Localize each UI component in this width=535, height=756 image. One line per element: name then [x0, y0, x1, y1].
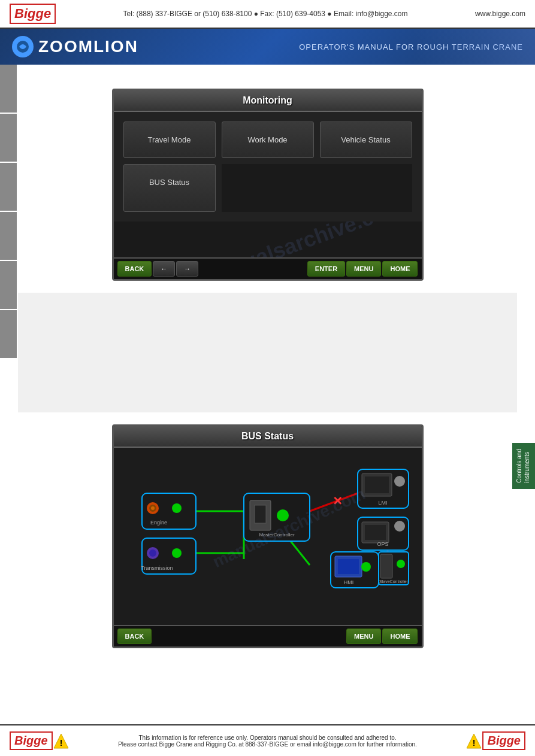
bus-nav-spacer-1	[153, 633, 191, 640]
svg-point-39	[394, 476, 405, 487]
bus-nav-spacer-2	[192, 633, 229, 640]
svg-text:Engine: Engine	[150, 520, 167, 526]
nav-spacer-1	[200, 265, 234, 272]
monitoring-screen: Monitoring Travel Mode Work Mode Vehicle…	[112, 89, 424, 281]
svg-rect-29	[338, 559, 359, 574]
side-tab-3[interactable]	[0, 163, 17, 211]
work-mode-button[interactable]: Work Mode	[222, 122, 314, 158]
svg-text:OPS: OPS	[377, 541, 388, 547]
monitoring-prev-button[interactable]: ←	[153, 261, 175, 277]
svg-point-20	[172, 548, 182, 558]
monitoring-grid: Travel Mode Work Mode Vehicle Status BUS…	[114, 112, 422, 221]
bus-status-button[interactable]: BUS Status	[123, 164, 216, 212]
svg-text:!: !	[59, 738, 62, 748]
nav-spacer-3	[271, 265, 306, 272]
svg-rect-24	[255, 505, 266, 523]
nav-spacer-2	[235, 265, 270, 272]
svg-rect-43	[365, 525, 386, 540]
bus-back-button[interactable]: BACK	[117, 629, 152, 644]
bus-home-button[interactable]: HOME	[382, 629, 418, 644]
zoomlion-icon	[12, 36, 34, 57]
right-side-tab-label: Controls andinstruments	[515, 449, 531, 483]
vehicle-status-button[interactable]: Vehicle Status	[320, 122, 412, 158]
monitoring-title-bar: Monitoring	[114, 90, 422, 112]
monitoring-back-button[interactable]: BACK	[117, 261, 152, 277]
monitoring-menu-button[interactable]: MENU	[346, 261, 381, 277]
svg-text:Transmission: Transmission	[141, 565, 173, 571]
svg-rect-38	[365, 476, 389, 493]
zoomlion-banner: ZOOMLION OPERATOR'S MANUAL FOR ROUGH TER…	[0, 29, 535, 65]
side-tab-1[interactable]	[0, 65, 17, 113]
bus-menu-button[interactable]: MENU	[346, 629, 381, 644]
bus-nav-spacer-5	[308, 633, 346, 640]
footer: Bigge ! This information is for referenc…	[0, 724, 535, 756]
zoomlion-logo-area: ZOOMLION	[12, 36, 138, 57]
footer-text: This information is for reference use on…	[81, 734, 454, 748]
bus-nav-spacer-4	[269, 633, 307, 640]
bigge-logo-header: Bigge	[10, 4, 56, 24]
watermark-text: manualsarchive.com	[198, 221, 407, 257]
side-tab-5[interactable]	[0, 261, 17, 309]
bigge-logo-footer: Bigge	[10, 731, 53, 750]
watermark-area: manualsarchive.com	[114, 221, 422, 257]
svg-point-30	[361, 562, 371, 572]
zoomlion-logo-text: ZOOMLION	[38, 37, 138, 56]
svg-text:MasterController: MasterController	[259, 532, 294, 538]
bigge-logo-footer-right: Bigge	[482, 731, 525, 750]
warning-icon-left: !	[53, 733, 69, 749]
svg-point-44	[394, 521, 405, 532]
bus-title: BUS Status	[241, 431, 294, 441]
monitoring-home-button[interactable]: HOME	[382, 261, 418, 277]
header-contact: Tel: (888) 337-BIGGE or (510) 638-8100 ●…	[123, 10, 408, 18]
bus-title-bar: BUS Status	[114, 426, 422, 448]
travel-mode-button[interactable]: Travel Mode	[123, 122, 216, 158]
svg-text:!: !	[473, 738, 476, 748]
side-tabs-left	[0, 65, 35, 359]
banner-stripe-decoration	[415, 29, 535, 65]
svg-point-19	[149, 549, 156, 557]
monitoring-next-button[interactable]: →	[176, 261, 198, 277]
side-tab-2[interactable]	[0, 114, 17, 162]
bus-diagram-area: manualsarchive.com	[114, 448, 422, 625]
warning-icon-right: !	[466, 733, 482, 749]
bus-diagram-svg: ✕ ✕ Engine	[123, 457, 412, 613]
bus-nav-spacer-3	[230, 633, 268, 640]
empty-section-between	[18, 293, 517, 412]
right-side-tab[interactable]: Controls andinstruments	[512, 443, 535, 489]
svg-point-34	[397, 560, 405, 568]
svg-text:LMI: LMI	[378, 500, 387, 506]
main-content: Monitoring Travel Mode Work Mode Vehicle…	[18, 65, 517, 672]
monitoring-title: Monitoring	[243, 95, 292, 105]
bus-nav-bar: BACK MENU HOME	[114, 625, 422, 646]
monitoring-enter-button[interactable]: ENTER	[307, 261, 345, 277]
monitoring-empty-area	[222, 164, 412, 212]
svg-text:HMI: HMI	[343, 579, 353, 585]
header-website: www.bigge.com	[475, 10, 525, 18]
svg-point-15	[172, 503, 182, 513]
top-header: Bigge Tel: (888) 337-BIGGE or (510) 638-…	[0, 0, 535, 29]
bus-status-screen: BUS Status manualsarchive.com	[112, 424, 424, 648]
svg-text:✕: ✕	[333, 494, 343, 508]
side-tab-6[interactable]	[0, 310, 17, 358]
svg-rect-33	[380, 554, 392, 578]
svg-point-25	[277, 509, 289, 521]
svg-point-14	[151, 506, 155, 510]
side-tab-4[interactable]	[0, 212, 17, 260]
svg-text:SlaveController: SlaveController	[379, 579, 409, 584]
monitoring-nav-bar: BACK ← → ENTER MENU HOME	[114, 257, 422, 279]
